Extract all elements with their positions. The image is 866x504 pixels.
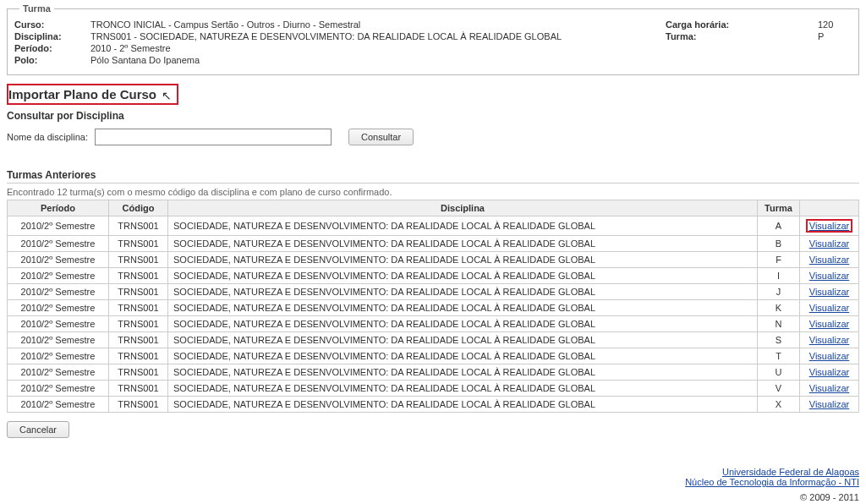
cell-codigo: TRNS001: [109, 397, 168, 413]
previous-turmas-title: Turmas Anteriores: [7, 169, 859, 184]
visualizar-link[interactable]: Visualizar: [809, 238, 850, 249]
visualizar-highlight: Visualizar: [806, 219, 853, 233]
periodo-value: 2010 - 2º Semestre: [90, 43, 666, 53]
cell-periodo: 2010/2º Semestre: [8, 300, 109, 316]
cell-periodo: 2010/2º Semestre: [8, 284, 109, 300]
cell-disciplina: SOCIEDADE, NATUREZA E DESENVOLVIMENTO: D…: [168, 316, 758, 332]
cancelar-button[interactable]: Cancelar: [7, 421, 69, 438]
cell-turma: J: [758, 284, 800, 300]
footer-link-university[interactable]: Universidade Federal de Alagoas: [722, 467, 859, 477]
cell-disciplina: SOCIEDADE, NATUREZA E DESENVOLVIMENTO: D…: [168, 284, 758, 300]
table-row: 2010/2º SemestreTRNS001SOCIEDADE, NATURE…: [8, 284, 859, 300]
table-row: 2010/2º SemestreTRNS001SOCIEDADE, NATURE…: [8, 397, 859, 413]
cell-action: Visualizar: [800, 348, 859, 364]
visualizar-link[interactable]: Visualizar: [809, 271, 850, 281]
th-periodo: Período: [8, 200, 109, 216]
page-title: Importar Plano de Curso: [8, 87, 156, 101]
cell-action: Visualizar: [800, 236, 859, 252]
cell-turma: S: [758, 332, 800, 348]
table-row: 2010/2º SemestreTRNS001SOCIEDADE, NATURE…: [8, 236, 859, 252]
turma-right-label: Turma:: [666, 31, 696, 41]
visualizar-link[interactable]: Visualizar: [809, 399, 850, 409]
polo-label: Polo:: [14, 55, 90, 65]
cell-codigo: TRNS001: [109, 236, 168, 252]
visualizar-link[interactable]: Visualizar: [809, 287, 850, 297]
footer-link-nti[interactable]: Núcleo de Tecnologia da Informação - NTI: [685, 477, 859, 487]
visualizar-link[interactable]: Visualizar: [809, 221, 850, 231]
cell-action: Visualizar: [800, 364, 859, 381]
consultar-button[interactable]: Consultar: [348, 129, 414, 145]
turma-fieldset: Turma Curso: TRONCO INICIAL - Campus Ser…: [7, 3, 859, 75]
cell-periodo: 2010/2º Semestre: [8, 316, 109, 332]
search-label: Nome da disciplina:: [7, 132, 88, 142]
disciplina-search-input[interactable]: [95, 129, 332, 145]
visualizar-link[interactable]: Visualizar: [809, 351, 850, 361]
cell-codigo: TRNS001: [109, 252, 168, 268]
cell-disciplina: SOCIEDADE, NATUREZA E DESENVOLVIMENTO: D…: [168, 216, 758, 236]
footer: Universidade Federal de Alagoas Núcleo d…: [7, 467, 859, 502]
curso-label: Curso:: [14, 19, 90, 30]
cell-turma: X: [758, 397, 800, 413]
table-row: 2010/2º SemestreTRNS001SOCIEDADE, NATURE…: [8, 252, 859, 268]
cell-periodo: 2010/2º Semestre: [8, 397, 109, 413]
carga-label: Carga horária:: [666, 19, 729, 30]
page-title-highlight: Importar Plano de Curso ↖: [7, 84, 178, 105]
carga-value: 120: [818, 19, 852, 30]
visualizar-link[interactable]: Visualizar: [809, 303, 850, 313]
th-disciplina: Disciplina: [168, 200, 758, 216]
consult-section-title: Consultar por Disciplina: [7, 110, 859, 122]
found-text: Encontrado 12 turma(s) com o mesmo códig…: [7, 187, 859, 197]
periodo-label: Período:: [14, 43, 90, 53]
cell-turma: T: [758, 348, 800, 364]
table-row: 2010/2º SemestreTRNS001SOCIEDADE, NATURE…: [8, 364, 859, 381]
cursor-icon: ↖: [162, 89, 172, 102]
cell-disciplina: SOCIEDADE, NATUREZA E DESENVOLVIMENTO: D…: [168, 364, 758, 381]
cell-codigo: TRNS001: [109, 284, 168, 300]
disciplina-label: Disciplina:: [14, 31, 90, 41]
cell-action: Visualizar: [800, 397, 859, 413]
cell-disciplina: SOCIEDADE, NATUREZA E DESENVOLVIMENTO: D…: [168, 397, 758, 413]
cell-codigo: TRNS001: [109, 268, 168, 284]
cell-periodo: 2010/2º Semestre: [8, 236, 109, 252]
cell-turma: V: [758, 381, 800, 397]
cell-turma: N: [758, 316, 800, 332]
th-action: [800, 200, 859, 216]
th-turma: Turma: [758, 200, 800, 216]
cell-codigo: TRNS001: [109, 364, 168, 381]
table-row: 2010/2º SemestreTRNS001SOCIEDADE, NATURE…: [8, 300, 859, 316]
table-row: 2010/2º SemestreTRNS001SOCIEDADE, NATURE…: [8, 381, 859, 397]
copyright: © 2009 - 2011: [7, 492, 859, 502]
visualizar-link[interactable]: Visualizar: [809, 319, 850, 329]
cell-action: Visualizar: [800, 284, 859, 300]
cell-action: Visualizar: [800, 316, 859, 332]
cell-periodo: 2010/2º Semestre: [8, 381, 109, 397]
cell-codigo: TRNS001: [109, 316, 168, 332]
cell-disciplina: SOCIEDADE, NATUREZA E DESENVOLVIMENTO: D…: [168, 236, 758, 252]
turma-legend: Turma: [19, 3, 54, 14]
cell-periodo: 2010/2º Semestre: [8, 252, 109, 268]
visualizar-link[interactable]: Visualizar: [809, 367, 850, 377]
cell-turma: U: [758, 364, 800, 381]
visualizar-link[interactable]: Visualizar: [809, 255, 850, 265]
cell-turma: F: [758, 252, 800, 268]
cell-codigo: TRNS001: [109, 300, 168, 316]
turmas-table: Período Código Disciplina Turma 2010/2º …: [7, 200, 859, 413]
cell-action: Visualizar: [800, 252, 859, 268]
turma-right-value: P: [818, 31, 852, 41]
cell-codigo: TRNS001: [109, 348, 168, 364]
table-row: 2010/2º SemestreTRNS001SOCIEDADE, NATURE…: [8, 348, 859, 364]
polo-value: Pólo Santana Do Ipanema: [90, 55, 666, 65]
visualizar-link[interactable]: Visualizar: [809, 335, 850, 345]
cell-disciplina: SOCIEDADE, NATUREZA E DESENVOLVIMENTO: D…: [168, 381, 758, 397]
cell-action: Visualizar: [800, 381, 859, 397]
cell-turma: K: [758, 300, 800, 316]
table-row: 2010/2º SemestreTRNS001SOCIEDADE, NATURE…: [8, 216, 859, 236]
cell-codigo: TRNS001: [109, 216, 168, 236]
table-row: 2010/2º SemestreTRNS001SOCIEDADE, NATURE…: [8, 268, 859, 284]
cell-codigo: TRNS001: [109, 332, 168, 348]
cell-codigo: TRNS001: [109, 381, 168, 397]
cell-periodo: 2010/2º Semestre: [8, 216, 109, 236]
visualizar-link[interactable]: Visualizar: [809, 383, 850, 393]
cell-disciplina: SOCIEDADE, NATUREZA E DESENVOLVIMENTO: D…: [168, 252, 758, 268]
th-codigo: Código: [109, 200, 168, 216]
